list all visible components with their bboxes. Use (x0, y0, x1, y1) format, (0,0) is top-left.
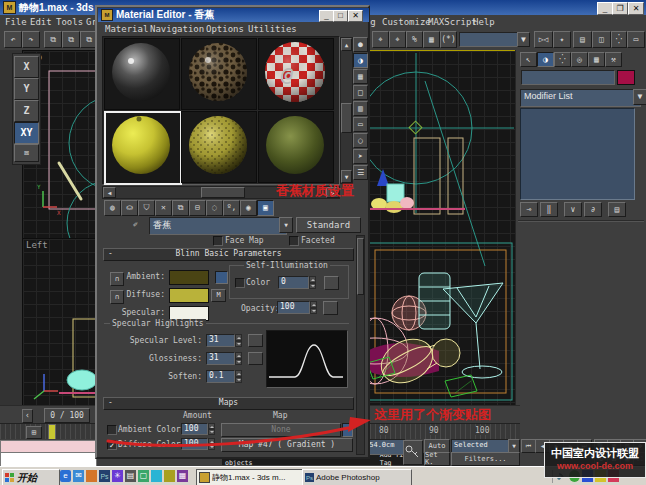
menu-customize[interactable]: Customize (382, 17, 431, 27)
ambient-amount-value[interactable]: 100 (181, 423, 208, 435)
specular-level-value[interactable]: 31 (206, 334, 235, 347)
outlook-icon[interactable]: ✉ (73, 470, 84, 482)
curve-editor-icon[interactable]: ◫ (592, 31, 611, 48)
named-selection-arrow-icon[interactable]: ▼ (517, 32, 530, 47)
menu-options[interactable]: Options (206, 24, 244, 34)
material-type-button[interactable]: Standard (296, 217, 361, 233)
self-illum-map-button[interactable] (324, 276, 339, 290)
sample-slot-glass[interactable] (104, 38, 180, 110)
filters-button[interactable]: Filters... (451, 452, 520, 466)
task-button-max[interactable]: 静物1.max - 3ds m... (196, 469, 304, 485)
tab-create-icon[interactable]: ↖ (520, 52, 537, 67)
ambient-amount-spinner[interactable]: 100 (181, 423, 215, 435)
diffuse-amount-value[interactable]: 100 (181, 438, 208, 450)
glossiness-value[interactable]: 31 (206, 352, 235, 365)
self-illum-color-checkbox[interactable] (235, 278, 245, 288)
axis-snap-icon[interactable]: ⧈ (14, 144, 39, 162)
diffuse-amount-spinner[interactable]: 100 (181, 438, 215, 450)
dialog-close-button[interactable]: ✕ (348, 10, 363, 22)
get-material-icon[interactable]: ◍ (104, 200, 121, 216)
specular-level-map-button[interactable] (248, 334, 263, 347)
tab-motion-icon[interactable]: ◎ (571, 52, 588, 67)
film-app-icon[interactable]: ▤ (125, 470, 136, 482)
opacity-map-button[interactable] (323, 301, 338, 315)
align-icon[interactable]: ✦ (553, 31, 571, 48)
menu-maxscript[interactable]: MAXScript (428, 17, 477, 27)
axis-xy-button[interactable]: XY (14, 122, 39, 144)
start-button[interactable]: 开始 (2, 469, 60, 485)
object-name-field[interactable] (521, 70, 615, 85)
sample-slot-darkgreen[interactable] (258, 111, 334, 183)
viewport-left[interactable]: Left (22, 238, 97, 407)
ambient-map-lock-button[interactable] (342, 423, 353, 437)
sample-slot-checker[interactable]: @ (258, 38, 334, 110)
glossiness-spinner[interactable]: 31 (206, 352, 242, 365)
specular-level-arrows[interactable] (235, 334, 242, 347)
tab-display-icon[interactable]: ▦ (588, 52, 605, 67)
set-key-toggle[interactable] (403, 440, 423, 465)
snap-toggle-icon[interactable]: ⌖ (372, 31, 389, 48)
select-by-material-icon[interactable]: ➤ (353, 149, 368, 164)
make-preview-icon[interactable]: ▭ (353, 117, 368, 132)
axis-z-button[interactable]: Z (14, 100, 39, 122)
material-map-navigator-icon[interactable]: ☰ (353, 165, 368, 180)
options-icon[interactable]: ○ (353, 133, 368, 148)
video-color-check-icon[interactable]: ▥ (353, 101, 368, 116)
max-ql-icon[interactable] (164, 470, 175, 482)
material-id-icon[interactable]: º, (223, 200, 240, 216)
tab-modify-icon[interactable]: ◑ (537, 52, 554, 67)
show-end-result-icon[interactable]: ‖ (540, 202, 558, 217)
track-bar-thumb[interactable] (48, 424, 56, 440)
self-illum-value[interactable]: 0 (278, 276, 309, 289)
tab-utilities-icon[interactable]: ⚒ (605, 52, 622, 67)
named-selection-dropdown[interactable] (459, 32, 519, 47)
show-end-result-map-icon[interactable]: ▣ (257, 200, 274, 216)
remove-modifier-icon[interactable]: ∂ (584, 202, 602, 217)
vscroll-thumb[interactable] (341, 103, 352, 133)
axis-y-button[interactable]: Y (14, 78, 39, 100)
rollout-scrollbar[interactable] (356, 235, 365, 455)
faceted-checkbox[interactable] (289, 236, 299, 246)
make-copy-icon[interactable]: ⧉ (172, 200, 189, 216)
undo-icon[interactable]: ↶ (4, 31, 22, 48)
sample-slot-olive[interactable] (181, 111, 257, 183)
configure-modifier-sets-icon[interactable]: ▤ (608, 202, 626, 217)
link-icon[interactable]: ⧉ (44, 31, 62, 48)
dialog-minimize-button[interactable]: _ (319, 10, 334, 22)
maps-rollout-header[interactable]: - Maps (103, 397, 354, 410)
soften-value[interactable]: 0.1 (206, 370, 235, 383)
diffuse-amount-arrows[interactable] (208, 438, 215, 450)
put-to-scene-icon[interactable]: ⛀ (121, 200, 138, 216)
image-app-icon[interactable]: ▢ (138, 470, 149, 482)
self-illum-spin-arrows[interactable] (309, 276, 316, 289)
percent-snap-icon[interactable]: % (406, 31, 423, 48)
main-minimize-button[interactable]: _ (597, 2, 613, 15)
scroll-left-icon[interactable]: ◀ (103, 187, 116, 198)
sample-tiling-icon[interactable]: □ (353, 85, 368, 100)
menu-material[interactable]: Material (105, 24, 148, 34)
modifier-stack-list[interactable] (520, 108, 635, 200)
rollout-scroll-thumb[interactable] (357, 238, 364, 295)
backlight-icon[interactable]: ◑ (353, 53, 368, 68)
material-name-arrow-icon[interactable]: ▼ (279, 217, 293, 233)
menu-utilities[interactable]: Utilities (248, 24, 297, 34)
assign-to-selection-icon[interactable]: ⛉ (138, 200, 155, 216)
diffuse-map-checkbox[interactable]: ✓ (107, 440, 117, 450)
show-map-in-viewport-icon[interactable]: ◉ (240, 200, 257, 216)
glossiness-arrows[interactable] (235, 352, 242, 365)
soften-spinner[interactable]: 0.1 (206, 370, 242, 383)
opacity-spin-arrows[interactable] (310, 301, 317, 314)
ie-icon[interactable]: e (60, 470, 71, 482)
menu-file[interactable]: File (5, 17, 27, 27)
keyboard-shortcut-icon[interactable]: (*) (440, 31, 457, 48)
hscroll-thumb[interactable] (201, 187, 245, 198)
schematic-view-icon[interactable]: ⁛ (611, 31, 627, 48)
axis-x-button[interactable]: X (14, 56, 39, 78)
layer-manager-icon[interactable]: ▤ (573, 31, 592, 48)
reset-map-icon[interactable]: ✕ (155, 200, 172, 216)
modifier-list-dropdown[interactable]: Modifier List (520, 89, 641, 107)
msn-icon[interactable] (151, 470, 162, 482)
interactive-lock-button[interactable] (215, 271, 228, 284)
track-bar-mode-icon[interactable]: ⊞ (26, 426, 42, 439)
pin-stack-icon[interactable]: ⊸ (520, 202, 538, 217)
